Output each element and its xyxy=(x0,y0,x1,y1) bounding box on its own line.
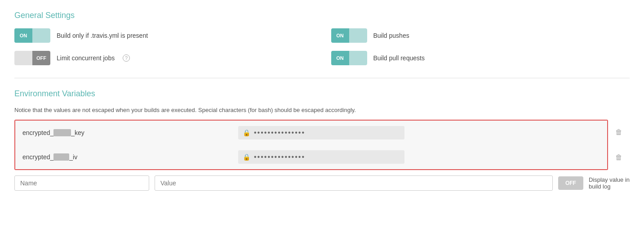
toggle-on-label-3: ON xyxy=(331,51,349,65)
delete-iv-button[interactable]: 🗑 xyxy=(608,145,630,170)
add-env-row: OFF Display value inbuild log xyxy=(14,175,630,191)
env-row-key: encrypted_ _key 🔒 ••••••••••••••• 🗑 xyxy=(14,120,630,145)
env-variables-title: Environment Variables xyxy=(14,89,630,99)
env-key-blurred xyxy=(53,129,71,136)
display-label: Display value inbuild log xyxy=(589,176,630,190)
toggle-off-space-2 xyxy=(349,28,367,43)
env-iv-prefix: encrypted_ xyxy=(22,153,53,161)
lock-icon-iv: 🔒 xyxy=(243,153,250,161)
env-table-container: encrypted_ _key 🔒 ••••••••••••••• 🗑 encr… xyxy=(14,120,630,170)
env-entry-key: encrypted_ _key 🔒 ••••••••••••••• xyxy=(15,121,607,145)
env-iv-dots: ••••••••••••••• xyxy=(254,153,305,161)
env-key-prefix: encrypted_ xyxy=(22,129,53,136)
env-row-iv: encrypted_ _iv 🔒 ••••••••••••••• 🗑 xyxy=(14,145,630,170)
toggle-build-pushes[interactable]: ON xyxy=(331,28,367,43)
setting-build-pull-requests: ON Build pull requests xyxy=(331,51,630,65)
toggle-off-space-3 xyxy=(349,51,367,65)
env-row-iv-inner: encrypted_ _iv 🔒 ••••••••••••••• xyxy=(14,145,608,170)
toggle-left-space xyxy=(14,51,32,65)
general-settings-title: General Settings xyxy=(14,11,630,20)
section-divider xyxy=(14,78,630,78)
env-entry-iv: encrypted_ _iv 🔒 ••••••••••••••• xyxy=(15,145,607,169)
env-iv-suffix: _iv xyxy=(69,153,77,161)
travis-yml-label: Build only if .travis.yml is present xyxy=(57,32,148,39)
help-icon[interactable]: ? xyxy=(123,54,130,62)
toggle-limit-concurrent[interactable]: OFF xyxy=(14,51,50,65)
env-name-input[interactable] xyxy=(14,175,149,191)
toggle-off-label: OFF xyxy=(32,51,50,65)
toggle-off-space xyxy=(32,28,50,43)
env-key-name: encrypted_ _key xyxy=(22,129,238,136)
env-key-dots: ••••••••••••••• xyxy=(254,129,305,137)
lock-icon-key: 🔒 xyxy=(243,129,250,136)
display-value-toggle[interactable]: OFF xyxy=(558,176,583,190)
limit-concurrent-label: Limit concurrent jobs xyxy=(57,54,115,62)
delete-key-button[interactable]: 🗑 xyxy=(608,120,630,145)
env-key-value: 🔒 ••••••••••••••• xyxy=(238,126,404,139)
toggle-on-label: ON xyxy=(14,28,32,43)
settings-grid: ON Build only if .travis.yml is present … xyxy=(14,28,630,65)
env-notice: Notice that the values are not escaped w… xyxy=(14,107,630,113)
setting-limit-concurrent: OFF Limit concurrent jobs ? xyxy=(14,51,313,65)
build-pushes-label: Build pushes xyxy=(373,32,409,39)
setting-travis-yml: ON Build only if .travis.yml is present xyxy=(14,28,313,43)
env-iv-value: 🔒 ••••••••••••••• xyxy=(238,150,404,164)
toggle-build-pull-requests[interactable]: ON xyxy=(331,51,367,65)
env-iv-blurred xyxy=(53,153,69,161)
env-iv-name: encrypted_ _iv xyxy=(22,153,238,161)
env-row-key-inner: encrypted_ _key 🔒 ••••••••••••••• xyxy=(14,120,608,145)
env-key-suffix: _key xyxy=(71,129,84,136)
toggle-travis-yml[interactable]: ON xyxy=(14,28,50,43)
toggle-on-label-2: ON xyxy=(331,28,349,43)
env-value-input[interactable] xyxy=(155,175,553,191)
setting-build-pushes: ON Build pushes xyxy=(331,28,630,43)
build-pull-requests-label: Build pull requests xyxy=(373,54,425,62)
